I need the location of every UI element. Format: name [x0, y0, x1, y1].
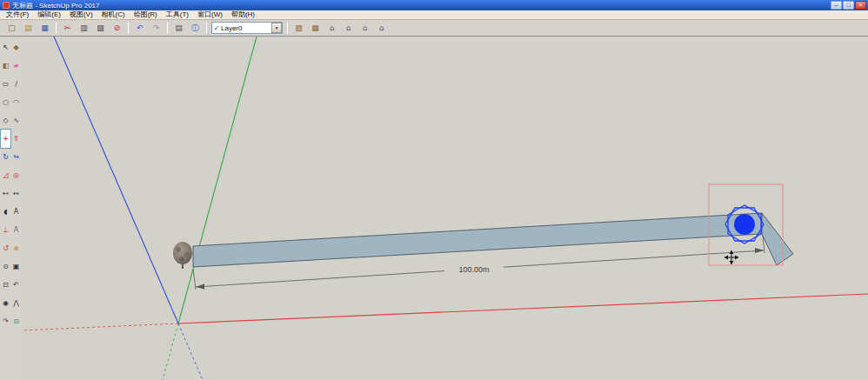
tool-pan[interactable]: ⊕	[11, 239, 21, 257]
zoom-window-icon: ▣	[13, 263, 20, 270]
move-icon: +	[3, 135, 9, 143]
toolbar-separator	[56, 22, 57, 34]
menu-item-窗口[interactable]: 窗口(W)	[193, 10, 227, 19]
tool-select[interactable]: ↖	[1, 38, 10, 57]
walk-icon: ⋀	[13, 299, 19, 307]
tool-arc[interactable]: ◠	[11, 93, 21, 111]
axes-icon: ⊥	[3, 226, 9, 234]
tool-scale[interactable]: ◿	[1, 166, 10, 184]
tool-freehand[interactable]: ∿	[11, 111, 21, 130]
erase-button[interactable]: ⊘	[110, 21, 124, 35]
tool-line[interactable]: ∕	[11, 75, 21, 93]
look-around-icon: ↷	[3, 317, 9, 325]
tree-component[interactable]	[173, 242, 192, 269]
view-back-button[interactable]: ⌂	[357, 21, 372, 35]
menu-item-文件[interactable]: 文件(F)	[2, 10, 33, 19]
window-title: 无标题 - SketchUp Pro 2017	[12, 1, 99, 10]
tool-tape-measure[interactable]: ↤	[1, 184, 10, 203]
tool-zoom-window[interactable]: ▣	[11, 257, 21, 276]
protractor-icon: ◖	[3, 208, 7, 216]
toolbar-separator	[167, 22, 168, 34]
view-top-button[interactable]: ▦	[308, 21, 323, 35]
toolbar-group-1: ✂▥▧⊘	[59, 21, 125, 35]
print-button[interactable]: ▤	[171, 21, 186, 35]
toolbar-group-2: ↶↷	[131, 21, 164, 35]
tool-previous[interactable]: ↶	[11, 276, 21, 294]
undo-button[interactable]: ↶	[132, 21, 147, 35]
layer-dropdown[interactable]: ✓Layer0▼	[211, 22, 283, 34]
circle-icon: ○	[3, 98, 9, 106]
road-bend-face[interactable]	[762, 213, 793, 265]
3d-text-icon: A	[14, 226, 18, 234]
tool-circle[interactable]: ○	[1, 93, 10, 111]
tool-position-camera[interactable]: ◉	[1, 294, 10, 312]
make-component-icon: ◆	[13, 43, 18, 51]
tool-axes[interactable]: ⊥	[1, 221, 10, 239]
section-plane-icon: ⊟	[13, 317, 19, 325]
dimension-label: 100.00m	[458, 265, 489, 274]
view-left-button[interactable]: ⌂	[374, 21, 389, 35]
tool-rectangle[interactable]: ▭	[1, 75, 10, 93]
green-axis	[178, 37, 257, 323]
redo-button[interactable]: ↷	[149, 21, 164, 35]
road-face[interactable]	[193, 213, 762, 267]
menu-item-相机[interactable]: 相机(C)	[97, 10, 130, 19]
toolbar-separator	[128, 22, 129, 34]
menu-item-编辑[interactable]: 编辑(E)	[33, 10, 65, 19]
tape-measure-icon: ↤	[3, 190, 9, 197]
tool-look-around[interactable]: ↷	[1, 312, 10, 330]
tool-eraser[interactable]: ▰	[11, 57, 21, 75]
paste-button[interactable]: ▧	[93, 21, 108, 35]
menu-item-帮助[interactable]: 帮助(H)	[227, 10, 259, 19]
drawing-canvas[interactable]: 100.00m	[22, 37, 868, 380]
minimize-button[interactable]: –	[831, 1, 842, 10]
tool-paint-bucket[interactable]: ◧	[1, 57, 10, 75]
tool-section-plane[interactable]: ⊟	[11, 312, 21, 330]
menu-item-绘图[interactable]: 绘图(R)	[130, 10, 162, 19]
open-button[interactable]: ▤	[21, 21, 36, 35]
blue-axis	[54, 37, 178, 323]
green-axis-negative	[163, 323, 178, 380]
save-button[interactable]: ▦	[37, 21, 52, 35]
tool-follow-me[interactable]: ↬	[11, 148, 21, 166]
menu-bar: 文件(F)编辑(E)视图(V)相机(C)绘图(R)工具(T)窗口(W)帮助(H)	[0, 10, 868, 20]
tool-move[interactable]: +	[1, 130, 10, 148]
tool-orbit[interactable]: ↺	[1, 239, 10, 257]
tool-3d-text[interactable]: A	[11, 221, 21, 239]
tool-offset[interactable]: ◎	[11, 166, 21, 184]
tool-walk[interactable]: ⋀	[11, 294, 21, 312]
pan-icon: ⊕	[13, 244, 19, 252]
view-right-button[interactable]: ⌂	[341, 21, 356, 35]
view-iso-button[interactable]: ▧	[291, 21, 306, 35]
maximize-button[interactable]: □	[843, 1, 854, 10]
zoom-extents-icon: ⊡	[3, 281, 9, 289]
position-camera-icon: ◉	[3, 299, 9, 307]
line-icon: ∕	[15, 80, 17, 88]
tool-push-pull[interactable]: ⇑	[11, 130, 21, 148]
tool-text[interactable]: A	[11, 203, 21, 221]
tool-rotate[interactable]: ↻	[1, 148, 10, 166]
arc-icon: ◠	[13, 98, 19, 106]
component-sphere	[734, 214, 755, 235]
text-icon: A	[14, 208, 18, 216]
view-front-button[interactable]: ⌂	[324, 21, 339, 35]
title-bar: 无标题 - SketchUp Pro 2017 –□×	[0, 0, 868, 10]
toolbar-group-5: ▧▦⌂⌂⌂⌂	[290, 21, 390, 35]
close-button[interactable]: ×	[855, 1, 866, 10]
menu-item-视图[interactable]: 视图(V)	[65, 10, 97, 19]
copy-button[interactable]: ▥	[77, 21, 91, 35]
tool-zoom[interactable]: ⊙	[1, 257, 10, 276]
red-axis	[178, 294, 868, 323]
tool-dimension[interactable]: ↔	[11, 184, 21, 203]
menu-item-工具[interactable]: 工具(T)	[162, 10, 193, 19]
model-info-button[interactable]: ⓘ	[188, 21, 203, 35]
dimension-icon: ↔	[13, 190, 19, 197]
tool-make-component[interactable]: ◆	[11, 38, 21, 57]
chevron-down-icon[interactable]: ▼	[271, 23, 282, 33]
cut-button[interactable]: ✂	[60, 21, 75, 35]
tool-protractor[interactable]: ◖	[1, 203, 10, 221]
tool-polygon[interactable]: ◇	[1, 111, 10, 130]
offset-icon: ◎	[13, 171, 19, 179]
tool-zoom-extents[interactable]: ⊡	[1, 276, 10, 294]
new-button[interactable]: ▢	[4, 21, 19, 35]
